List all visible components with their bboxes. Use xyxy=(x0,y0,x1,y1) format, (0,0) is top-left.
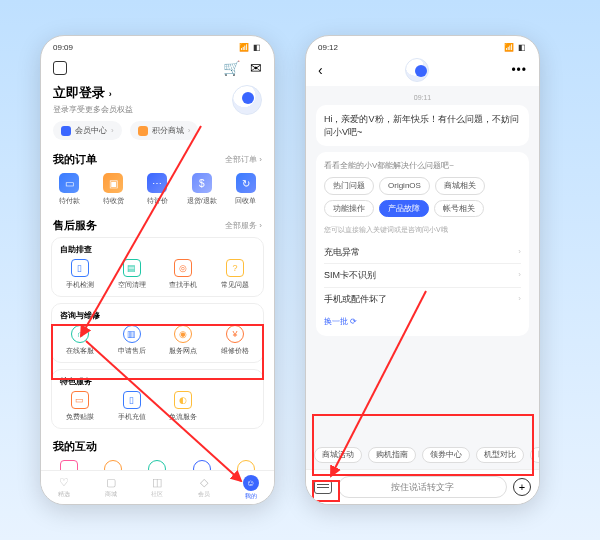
bottom-tabbar: ♡精选 ▢商城 ◫社区 ◇会员 ☺我的 xyxy=(41,470,274,504)
apply-aftersale[interactable]: ▥申请售后 xyxy=(106,325,158,356)
avatar-icon[interactable] xyxy=(232,85,262,115)
order-shortcuts: ▭待付款 ▣待收货 ⋯待评价 $退货/退款 ↻回收单 xyxy=(41,171,274,214)
coin-icon xyxy=(138,126,148,136)
chat-timestamp: 09:11 xyxy=(316,94,529,101)
tab-featured[interactable]: ♡精选 xyxy=(41,471,88,504)
refresh-button[interactable]: 换一批 ⟳ xyxy=(324,316,521,327)
input-bar: 按住说话转文字 + xyxy=(306,469,539,504)
chip-function[interactable]: 功能操作 xyxy=(324,200,374,217)
cart-icon[interactable]: 🛒 xyxy=(223,60,240,76)
tab-member[interactable]: ◇会员 xyxy=(181,471,228,504)
greeting-bubble: Hi，亲爱的V粉，新年快乐！有什么问题，不妨问问小V吧~ xyxy=(316,105,529,146)
aftersale-heading: 售后服务 xyxy=(53,218,97,233)
order-recycle[interactable]: ↻回收单 xyxy=(224,173,268,206)
points-mall-button[interactable]: 积分商城› xyxy=(130,121,199,140)
broom-icon: ▤ xyxy=(123,259,141,277)
faq-sim[interactable]: SIM卡不识别› xyxy=(324,264,521,288)
consult-repair-group: 咨询与维修 ∩在线客服 ▥申请售后 ◉服务网点 ¥维修价格 xyxy=(51,303,264,363)
tab-shop[interactable]: ▢商城 xyxy=(88,471,135,504)
chip-originos[interactable]: OriginOS xyxy=(379,177,430,194)
order-refund[interactable]: $退货/退款 xyxy=(180,173,224,206)
plus-button[interactable]: + xyxy=(513,478,531,496)
tab-mine[interactable]: ☺我的 xyxy=(227,471,274,504)
category-chips: 热门问题 OriginOS 商城相关 功能操作 产品故障 帐号相关 xyxy=(324,177,521,216)
faq-broken[interactable]: 手机或配件坏了› xyxy=(324,288,521,311)
quick-buy-guide[interactable]: 购机指南 xyxy=(368,447,416,463)
quick-compare[interactable]: 机型对比 xyxy=(476,447,524,463)
order-pending-receive[interactable]: ▣待收货 xyxy=(91,173,135,206)
headset-icon: ∩ xyxy=(71,325,89,343)
film-icon: ▭ xyxy=(71,391,89,409)
wallet-icon: ▭ xyxy=(59,173,79,193)
tab-community[interactable]: ◫社区 xyxy=(134,471,181,504)
order-pending-review[interactable]: ⋯待评价 xyxy=(135,173,179,206)
bot-avatar-icon[interactable] xyxy=(405,58,429,82)
heart-icon: ♡ xyxy=(59,476,69,489)
chip-mall[interactable]: 商城相关 xyxy=(435,177,485,194)
login-row[interactable]: 立即登录 › 登录享受更多会员权益 xyxy=(41,82,274,121)
more-button[interactable]: ••• xyxy=(511,63,527,77)
all-services-link[interactable]: 全部服务 › xyxy=(225,220,262,231)
all-orders-link[interactable]: 全部订单 › xyxy=(225,154,262,165)
bag-icon: ▢ xyxy=(106,476,116,489)
price-icon: ¥ xyxy=(226,325,244,343)
status-icons: 📶 ◧ xyxy=(239,43,262,52)
status-time: 09:09 xyxy=(53,43,73,52)
special-services-group: 特色服务 ▭免费贴膜 ▯手机充值 ◐免流服务 xyxy=(51,369,264,429)
question-icon: ? xyxy=(226,259,244,277)
quick-mall-activity[interactable]: 商城活动 xyxy=(314,447,362,463)
refund-icon: $ xyxy=(192,173,212,193)
pin-icon: ◉ xyxy=(174,325,192,343)
top-bar: 🛒 ✉ xyxy=(41,54,274,82)
faq[interactable]: ?常见问题 xyxy=(209,259,261,290)
recharge-icon: ▯ xyxy=(123,391,141,409)
storage-clean[interactable]: ▤空间清理 xyxy=(106,259,158,290)
login-subtitle: 登录享受更多会员权益 xyxy=(53,104,133,115)
chip-account[interactable]: 帐号相关 xyxy=(434,200,484,217)
chip-hot[interactable]: 热门问题 xyxy=(324,177,374,194)
chat-screen: 09:12 📶 ◧ ‹ ••• 09:11 Hi，亲爱的V粉，新年快乐！有什么问… xyxy=(305,35,540,505)
diamond-icon: ◇ xyxy=(200,476,208,489)
recycle-icon: ↻ xyxy=(236,173,256,193)
phone-recharge[interactable]: ▯手机充值 xyxy=(106,391,158,422)
locate-icon: ◎ xyxy=(174,259,192,277)
service-centers[interactable]: ◉服务网点 xyxy=(158,325,210,356)
quick-entry-row[interactable]: 商城活动 购机指南 领券中心 机型对比 以 xyxy=(306,441,539,469)
keyboard-icon[interactable] xyxy=(314,480,332,494)
grid-icon: ◫ xyxy=(152,476,162,489)
data-icon: ◐ xyxy=(174,391,192,409)
interact-heading: 我的互动 xyxy=(53,439,97,454)
free-film[interactable]: ▭免费贴膜 xyxy=(54,391,106,422)
repair-price[interactable]: ¥维修价格 xyxy=(209,325,261,356)
online-service[interactable]: ∩在线客服 xyxy=(54,325,106,356)
back-button[interactable]: ‹ xyxy=(318,62,323,78)
quick-coupon[interactable]: 领券中心 xyxy=(422,447,470,463)
chat-header: ‹ ••• xyxy=(306,54,539,86)
box-icon: ▣ xyxy=(103,173,123,193)
phone-icon: ▯ xyxy=(71,259,89,277)
form-icon: ▥ xyxy=(123,325,141,343)
status-bar: 09:12 📶 ◧ xyxy=(306,36,539,54)
member-icon xyxy=(61,126,71,136)
status-bar: 09:09 📶 ◧ xyxy=(41,36,274,54)
profile-screen: 09:09 📶 ◧ 🛒 ✉ 立即登录 › 登录享受更多会员权益 会员中心› 积分… xyxy=(40,35,275,505)
order-pending-pay[interactable]: ▭待付款 xyxy=(47,173,91,206)
quick-more[interactable]: 以 xyxy=(530,447,539,463)
voice-input-button[interactable]: 按住说话转文字 xyxy=(338,476,507,498)
chip-fault[interactable]: 产品故障 xyxy=(379,200,429,217)
status-icons: 📶 ◧ xyxy=(504,43,527,52)
skills-bubble: 看看全能的小V都能解决什么问题吧~ 热门问题 OriginOS 商城相关 功能操… xyxy=(316,152,529,335)
user-icon: ☺ xyxy=(243,475,259,491)
status-time: 09:12 xyxy=(318,43,338,52)
self-check-group: 自助排查 ▯手机检测 ▤空间清理 ◎查找手机 ?常见问题 xyxy=(51,237,264,297)
faq-charging[interactable]: 充电异常› xyxy=(324,241,521,265)
login-title: 立即登录 › xyxy=(53,84,133,102)
orders-heading: 我的订单 xyxy=(53,152,97,167)
chat-icon: ⋯ xyxy=(147,173,167,193)
member-center-button[interactable]: 会员中心› xyxy=(53,121,122,140)
message-icon[interactable]: ✉ xyxy=(250,60,262,76)
find-phone[interactable]: ◎查找手机 xyxy=(158,259,210,290)
free-data[interactable]: ◐免流服务 xyxy=(158,391,210,422)
settings-icon[interactable] xyxy=(53,61,67,75)
phone-check[interactable]: ▯手机检测 xyxy=(54,259,106,290)
